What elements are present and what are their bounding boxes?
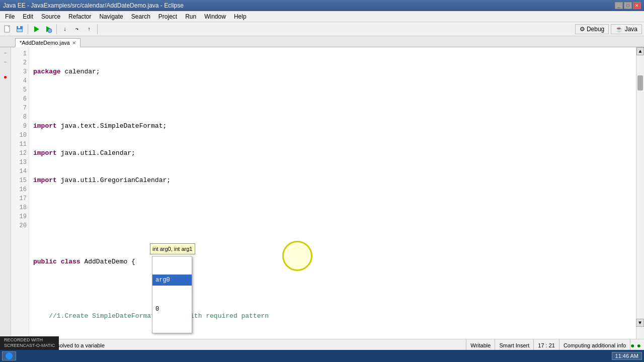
taskbar: RECORDED WITH SCREENCAST-O-MATIC 11:46 A… (0, 350, 644, 362)
maximize-button[interactable]: □ (624, 2, 632, 9)
error-marker: ● (4, 73, 7, 81)
svg-marker-5 (34, 26, 39, 32)
code-line-6 (33, 203, 632, 212)
title-bar: Java EE - JavaExamples/src/calendar/AddD… (0, 0, 644, 11)
vertical-scrollbar[interactable]: ▲ ▼ (636, 47, 644, 339)
code-line-10: //1.Create SimpleDateFormat object with … (33, 312, 632, 321)
step-into-button[interactable]: ↓ (59, 24, 70, 35)
toolbar-separator-2 (56, 24, 57, 34)
svg-rect-3 (18, 26, 20, 28)
parameter-tooltip: int arg0, int arg1 (150, 243, 195, 254)
editor-container: 1 2 3 4 5 6 7 8 9 10 11 12 13 14 15 16 1… (11, 47, 644, 339)
taskbar-time[interactable]: 11:46 AM (612, 352, 642, 360)
status-info: Computing additional info (559, 339, 630, 351)
status-bar: ⊗ arg0 cannot be resolved to a variable … (0, 339, 644, 351)
scroll-up-button[interactable]: ▲ (636, 47, 644, 55)
toolbar-separator-3 (97, 24, 98, 34)
highlight-circle (282, 241, 312, 271)
step-return-button[interactable]: ↑ (84, 24, 95, 35)
menu-project[interactable]: Project (154, 11, 181, 22)
code-line-7 (33, 230, 632, 239)
svg-rect-4 (17, 29, 22, 32)
menu-refactor[interactable]: Refactor (64, 11, 95, 22)
menu-help[interactable]: Help (230, 11, 251, 22)
menu-source[interactable]: Source (37, 11, 64, 22)
code-line-4: import java.util.Calendar; (33, 149, 632, 158)
status-message: ⊗ arg0 cannot be resolved to a variable (3, 339, 466, 351)
toolbar-separator-1 (28, 24, 28, 34)
collapse-button[interactable]: − (2, 49, 10, 57)
tab-close-button[interactable]: ✕ (72, 40, 76, 46)
autocomplete-dropdown[interactable]: arg0 0 (152, 256, 192, 333)
menu-bar: File Edit Source Refactor Navigate Searc… (0, 11, 644, 22)
svg-point-7 (48, 29, 52, 33)
menu-edit[interactable]: Edit (19, 11, 37, 22)
taskbar-start[interactable] (2, 351, 16, 360)
run-button[interactable] (31, 24, 42, 35)
status-icon-2: ● (637, 341, 641, 349)
line-numbers: 1 2 3 4 5 6 7 8 9 10 11 12 13 14 15 16 1… (11, 47, 29, 339)
status-writable: Writable (466, 339, 495, 351)
editor-tab-adddatedemo[interactable]: *AddDateDemo.java ✕ (15, 38, 80, 47)
java-perspective-button[interactable]: ☕ Java (611, 24, 642, 34)
new-button[interactable] (2, 24, 13, 35)
scroll-down-button[interactable]: ▼ (636, 319, 644, 327)
toolbar: ↓ ↷ ↑ ⚙ Debug ☕ Java (0, 22, 644, 36)
status-icon-1: ● (630, 341, 634, 349)
close-button[interactable]: ✕ (633, 2, 641, 9)
save-button[interactable] (14, 24, 25, 35)
step-over-button[interactable]: ↷ (71, 24, 83, 35)
svg-point-8 (6, 352, 13, 359)
code-line-8: public class AddDateDemo { (33, 257, 632, 266)
scroll-thumb[interactable] (637, 75, 643, 90)
left-gutter: − − ● (0, 47, 11, 339)
debug-label-area: ⚙ Debug ☕ Java (575, 24, 642, 34)
minimize-button[interactable]: _ (615, 2, 623, 9)
window-title: Java EE - JavaExamples/src/calendar/AddD… (3, 2, 184, 9)
status-insert-mode: Smart Insert (495, 339, 534, 351)
collapse-button-2[interactable]: − (2, 58, 10, 66)
code-line-2 (33, 95, 632, 104)
menu-file[interactable]: File (1, 11, 19, 22)
debug-perspective-button[interactable]: ⚙ Debug (575, 24, 609, 34)
code-line-9 (33, 285, 632, 294)
tab-label: *AddDateDemo.java (20, 40, 70, 46)
code-line-3: import java.text.SimpleDateFormat; (33, 122, 632, 131)
main-area: − − ● 1 2 3 4 5 6 7 8 9 10 11 12 13 14 1… (0, 47, 644, 339)
code-editor[interactable]: package calendar; import java.text.Simpl… (29, 47, 636, 339)
debug-run-button[interactable] (43, 24, 54, 35)
menu-run[interactable]: Run (181, 11, 200, 22)
status-icons-area: ● ● (630, 341, 641, 349)
tab-bar: *AddDateDemo.java ✕ (0, 36, 644, 47)
menu-window[interactable]: Window (200, 11, 230, 22)
code-line-1: package calendar; (33, 67, 632, 76)
menu-search[interactable]: Search (127, 11, 154, 22)
window-controls: _ □ ✕ (615, 2, 641, 9)
recording-badge: RECORDED WITH SCREENCAST-O-MATIC (0, 336, 59, 350)
autocomplete-item-arg0[interactable]: arg0 (152, 275, 192, 286)
menu-navigate[interactable]: Navigate (95, 11, 127, 22)
code-line-5: import java.util.GregorianCalendar; (33, 176, 632, 185)
status-position: 17 : 21 (534, 339, 559, 351)
autocomplete-item-0[interactable]: 0 (152, 304, 192, 315)
